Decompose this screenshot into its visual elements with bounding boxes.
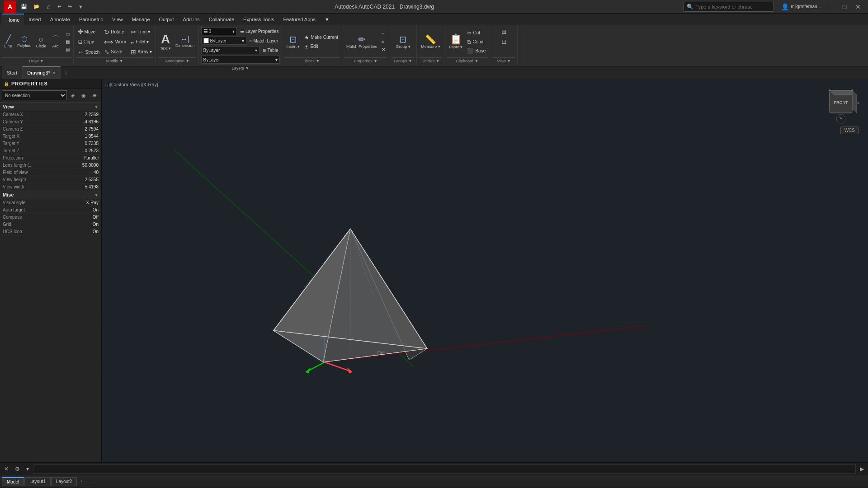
tab-annotate[interactable]: Annotate	[46, 14, 75, 25]
quick-undo[interactable]: ↩	[56, 3, 63, 10]
layer-linetype-row[interactable]: ByLayer ▾	[201, 46, 259, 54]
group-btn[interactable]: ⊡ Group ▾	[394, 34, 412, 50]
tab-drawing3[interactable]: Drawing3* ✕	[22, 66, 61, 79]
arc-btn[interactable]: ⌒ Arc	[49, 34, 62, 49]
fillet-btn[interactable]: ⌐Fillet ▾	[129, 38, 154, 47]
remove-fmt-icon: ✕	[382, 47, 385, 52]
trim-btn[interactable]: ✂Trim ▾	[129, 28, 154, 37]
add-layout-btn[interactable]: +	[77, 478, 85, 485]
wcs-label[interactable]: WCS	[840, 127, 859, 134]
select-type-btn[interactable]: ◉	[79, 90, 89, 100]
tab-view[interactable]: View	[108, 14, 127, 25]
byblock-btn[interactable]: ≡	[380, 38, 387, 45]
match-layer-label: Match Layer	[253, 38, 278, 43]
view-btn1[interactable]: ⊞	[500, 27, 509, 36]
polyline-label: Polyline	[17, 43, 32, 48]
match-layer-btn[interactable]: ≡ Match Layer	[248, 38, 280, 44]
camera-y-value: -4.8196	[62, 119, 99, 124]
dimension-icon: ↔|	[180, 36, 189, 43]
tab-drawing3-close[interactable]: ✕	[52, 70, 56, 75]
text-btn[interactable]: A Text ▾	[158, 32, 173, 52]
clipboard-group-label: Clipboard ▼	[447, 57, 488, 64]
tab-manage[interactable]: Manage	[127, 14, 155, 25]
cut-btn[interactable]: ✂Cut	[465, 29, 487, 37]
tab-home[interactable]: Home	[2, 14, 24, 25]
dimension-btn[interactable]: ↔| Dimension	[174, 35, 197, 49]
line-btn[interactable]: ╱ Line	[2, 34, 14, 49]
rect-btn[interactable]: ▭	[64, 31, 71, 38]
gradient-btn[interactable]: ▤	[64, 46, 71, 53]
base-label: Base	[475, 48, 486, 53]
make-current-icon: ★	[304, 34, 309, 41]
misc-section-header[interactable]: Misc ▼	[0, 191, 101, 199]
paste-label: Paste ▾	[449, 45, 463, 49]
quick-print[interactable]: 🖨	[44, 3, 53, 10]
make-current-btn[interactable]: ★Make Current	[302, 33, 340, 42]
layout2-tab[interactable]: Layout2	[51, 477, 77, 486]
bylayer-btn[interactable]: ≡	[380, 31, 387, 38]
new-tab-btn[interactable]: +	[61, 67, 71, 78]
tab-parametric[interactable]: Parametric	[75, 14, 108, 25]
ribbon-group-view: ⊞ ⊡ View ▼	[491, 26, 518, 65]
block-editor-btn[interactable]: ⊞Edit	[302, 42, 340, 51]
viewport[interactable]: [-][Custom View][X-Ray]	[102, 79, 868, 462]
selection-dropdown[interactable]: No selection	[2, 90, 67, 100]
svg-point-44	[829, 89, 830, 91]
base-btn[interactable]: ⬛Base	[465, 47, 487, 55]
quick-settings[interactable]: ▼	[76, 3, 85, 10]
layer-lineweight-row[interactable]: ByLayer ▾	[201, 56, 280, 64]
titlebar-search[interactable]	[695, 4, 768, 9]
circle-btn[interactable]: ○ Circle	[34, 34, 48, 49]
maximize-btn[interactable]: □	[838, 2, 851, 11]
polyline-btn[interactable]: ⬡ Polyline	[15, 35, 33, 49]
tab-addins[interactable]: Add-ins	[179, 14, 204, 25]
quick-save[interactable]: 💾	[19, 3, 29, 10]
layer-dropdown-arrow: ▾	[232, 29, 235, 34]
text-icon: A	[161, 33, 170, 46]
measure-btn[interactable]: 📏 Measure ▾	[419, 34, 442, 50]
quick-redo[interactable]: ↪	[66, 3, 74, 10]
cmd-close-btn[interactable]: ✕	[2, 465, 11, 473]
close-btn[interactable]: ✕	[852, 2, 864, 11]
properties-items: ✏ Match Properties ≡ ≡ ✕	[344, 27, 387, 56]
cut-label: Cut	[473, 30, 480, 35]
mirror-btn[interactable]: ⟺Mirror	[102, 38, 128, 47]
match-props-btn[interactable]: ✏ Match Properties	[344, 34, 379, 50]
model-tab[interactable]: Model	[2, 477, 24, 486]
layer-name-display[interactable]: ☰ 0 ▾	[201, 27, 237, 35]
viewcube[interactable]: FRONT W N	[823, 88, 859, 124]
bylayer-icon: ≡	[382, 32, 384, 37]
tab-start[interactable]: Start	[2, 66, 22, 79]
move-btn[interactable]: ✥Move	[76, 27, 102, 36]
stretch-btn[interactable]: ↔Stretch	[76, 47, 102, 56]
insert-btn[interactable]: ⊡ Insert ▾	[284, 34, 302, 50]
tab-output[interactable]: Output	[155, 14, 179, 25]
layer-props-btn[interactable]: ☰ Layer Properties	[239, 28, 280, 34]
minimize-btn[interactable]: ─	[825, 2, 837, 11]
tab-express[interactable]: Express Tools	[239, 14, 278, 25]
lens-length-value: 50.0000	[62, 163, 99, 168]
tab-more[interactable]: ▼	[320, 14, 334, 25]
view-btn2[interactable]: ⊡	[500, 37, 509, 46]
copy-clip-btn[interactable]: ⧉Copy	[465, 38, 487, 46]
layer-color-row[interactable]: ByLayer ▾	[201, 37, 246, 45]
copy-btn[interactable]: ⧉Copy	[76, 37, 102, 47]
table-btn[interactable]: ⊞ Table	[261, 47, 280, 54]
quick-open[interactable]: 📂	[32, 3, 42, 10]
cmd-scroll-btn[interactable]: ▶	[858, 465, 866, 473]
tab-insert[interactable]: Insert	[24, 14, 46, 25]
remove-fmt-btn[interactable]: ✕	[380, 46, 387, 53]
cmd-expand-btn[interactable]: ▾	[24, 465, 31, 473]
array-btn[interactable]: ⊞Array ▾	[129, 47, 154, 56]
select-all-btn[interactable]: ◈	[68, 90, 78, 100]
tab-collaborate[interactable]: Collaborate	[204, 14, 239, 25]
tab-featured[interactable]: Featured Apps	[278, 14, 320, 25]
cmd-settings-btn[interactable]: ⚙	[13, 465, 22, 473]
toggle-pickadd-btn[interactable]: ⊕	[90, 90, 99, 100]
layout1-tab[interactable]: Layout1	[24, 477, 51, 486]
rotate-btn[interactable]: ↻Rotate	[102, 28, 128, 37]
view-section-header[interactable]: View ▼	[0, 103, 101, 111]
paste-btn[interactable]: 📋 Paste ▾	[447, 33, 465, 50]
scale-btn[interactable]: ⤡Scale	[102, 47, 128, 56]
hatch-btn[interactable]: ▦	[64, 38, 71, 45]
